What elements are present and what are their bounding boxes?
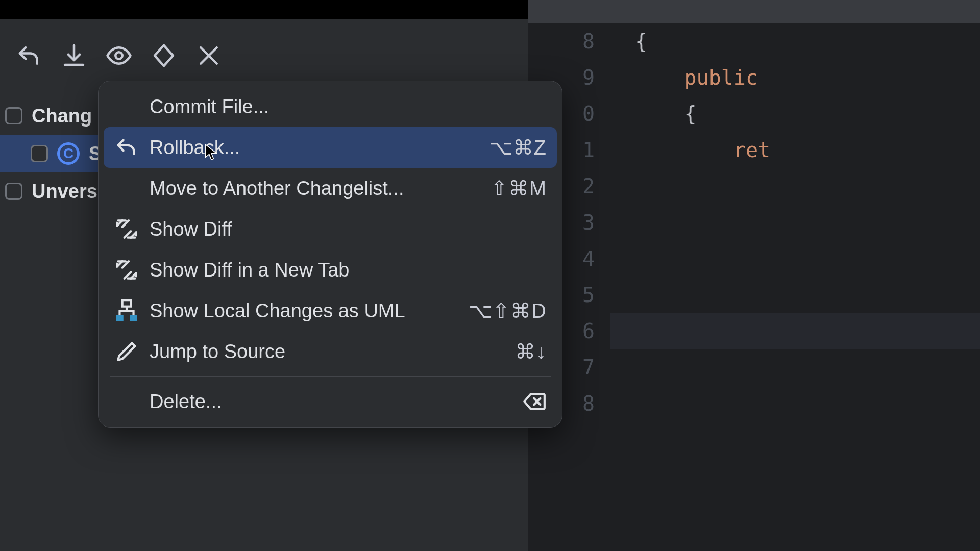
pencil-icon [114,339,139,364]
menu-item[interactable]: Show Diff [104,209,557,249]
unversioned-label: Unvers [32,181,97,203]
menu-item[interactable]: Commit File... [104,86,557,127]
class-file-letter: C [63,145,74,162]
code-editor[interactable]: 89012345678 { public { ret [528,0,980,551]
changelist-label: Chang [32,105,92,127]
menu-item[interactable]: Rollback...⌥⌘Z [104,127,557,168]
checkbox[interactable] [5,183,22,200]
svg-rect-2 [116,315,124,321]
undo-icon [114,135,139,160]
menu-item-label: Show Local Changes as UML [150,300,458,322]
menu-item-shortcut: ⇧⌘M [491,177,547,200]
menu-separator [110,376,551,377]
download-icon[interactable] [60,42,88,69]
window-titlebar [0,0,528,19]
menu-item-label: Delete... [150,391,511,413]
close-icon[interactable] [195,42,223,69]
menu-item-shortcut: ⌥⇧⌘D [469,299,547,322]
context-menu: Commit File...Rollback...⌥⌘ZMove to Anot… [98,81,562,428]
class-file-icon: C [57,142,80,165]
menu-item-shortcut: ⌘↓ [515,340,547,363]
menu-item[interactable]: Delete... [104,381,557,422]
svg-rect-1 [122,300,131,307]
eye-icon[interactable] [105,42,133,69]
editor-scroll-track [528,0,980,23]
menu-item[interactable]: Move to Another Changelist...⇧⌘M [104,168,557,209]
editor-content: { public { ret [610,23,770,168]
svg-point-0 [115,52,122,59]
menu-item[interactable]: Show Local Changes as UML⌥⇧⌘D [104,290,557,331]
commit-toolbar [5,36,233,76]
diff-icon [114,257,139,283]
uml-icon [114,298,139,323]
diamond-icon[interactable] [150,42,178,69]
code-line: public [610,60,770,96]
menu-item-label: Jump to Source [150,341,505,363]
menu-item[interactable]: Show Diff in a New Tab [104,249,557,290]
code-line: { [610,23,770,60]
menu-item-shortcut: ⌥⌘Z [489,136,547,159]
line-number: 8 [528,23,595,60]
editor-current-line-highlight [610,313,980,349]
menu-item-icon-placeholder [114,176,139,201]
svg-rect-3 [130,315,137,321]
code-line: ret [610,132,770,168]
menu-item-label: Show Diff in a New Tab [150,259,547,281]
menu-item-label: Rollback... [150,137,479,159]
menu-item-label: Move to Another Changelist... [150,178,480,199]
checkbox[interactable] [31,145,48,162]
checkbox[interactable] [5,107,22,124]
menu-item[interactable]: Jump to Source⌘↓ [104,331,557,372]
code-line: { [610,96,770,132]
menu-item-icon-placeholder [114,94,139,119]
menu-item-label: Commit File... [150,96,547,118]
diff-icon [114,216,139,242]
backspace-icon [521,389,547,414]
undo-icon[interactable] [15,42,43,69]
menu-item-label: Show Diff [150,218,547,240]
menu-item-icon-placeholder [114,389,139,414]
